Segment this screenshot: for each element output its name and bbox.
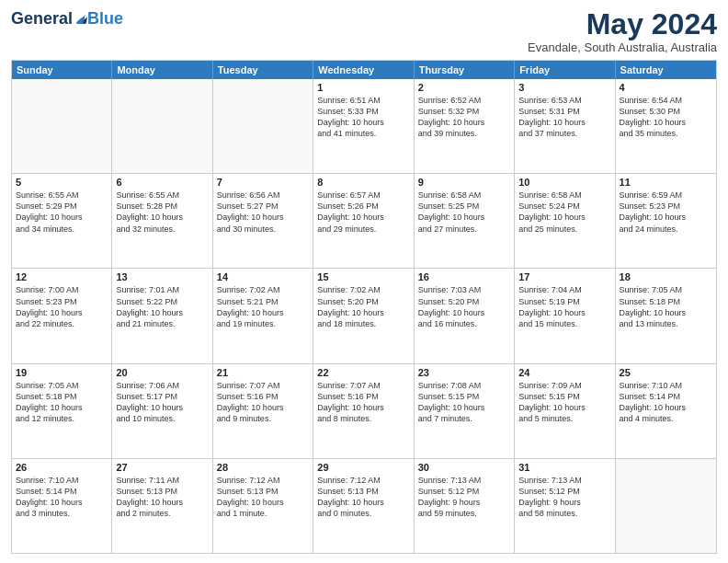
logo-text: General Blue [11, 9, 123, 29]
calendar-cell: 16Sunrise: 7:03 AM Sunset: 5:20 PM Dayli… [415, 269, 515, 362]
calendar: Sunday Monday Tuesday Wednesday Thursday… [11, 60, 717, 554]
cell-info: Sunrise: 7:11 AM Sunset: 5:13 PM Dayligh… [116, 475, 208, 520]
cell-info: Sunrise: 7:06 AM Sunset: 5:17 PM Dayligh… [116, 380, 208, 425]
cell-info: Sunrise: 7:07 AM Sunset: 5:16 PM Dayligh… [317, 380, 409, 425]
day-number: 6 [116, 177, 208, 188]
logo-blue: Blue [87, 9, 123, 29]
logo-bird-icon [74, 11, 87, 28]
day-number: 19 [16, 367, 108, 378]
cell-info: Sunrise: 7:13 AM Sunset: 5:12 PM Dayligh… [518, 475, 610, 520]
cell-info: Sunrise: 7:12 AM Sunset: 5:13 PM Dayligh… [317, 475, 409, 520]
day-number: 11 [620, 177, 712, 188]
cell-info: Sunrise: 7:10 AM Sunset: 5:14 PM Dayligh… [620, 380, 712, 425]
calendar-cell: 2Sunrise: 6:52 AM Sunset: 5:32 PM Daylig… [415, 79, 515, 173]
calendar-cell: 28Sunrise: 7:12 AM Sunset: 5:13 PM Dayli… [213, 459, 313, 553]
cell-info: Sunrise: 7:00 AM Sunset: 5:23 PM Dayligh… [16, 284, 108, 329]
calendar-cell: 14Sunrise: 7:02 AM Sunset: 5:21 PM Dayli… [213, 269, 313, 362]
day-number: 7 [217, 177, 309, 188]
calendar-cell: 5Sunrise: 6:55 AM Sunset: 5:29 PM Daylig… [12, 174, 112, 268]
cell-info: Sunrise: 7:03 AM Sunset: 5:20 PM Dayligh… [418, 284, 510, 329]
calendar-cell: 17Sunrise: 7:04 AM Sunset: 5:19 PM Dayli… [515, 269, 615, 362]
calendar-cell: 30Sunrise: 7:13 AM Sunset: 5:12 PM Dayli… [415, 459, 515, 553]
day-number: 20 [116, 367, 208, 378]
calendar-cell: 12Sunrise: 7:00 AM Sunset: 5:23 PM Dayli… [12, 269, 112, 362]
calendar-cell: 6Sunrise: 6:55 AM Sunset: 5:28 PM Daylig… [112, 174, 212, 268]
calendar-row-2: 5Sunrise: 6:55 AM Sunset: 5:29 PM Daylig… [12, 174, 716, 269]
day-number: 10 [518, 177, 610, 188]
day-number: 27 [116, 462, 208, 473]
day-number: 14 [217, 271, 309, 282]
calendar-cell: 29Sunrise: 7:12 AM Sunset: 5:13 PM Dayli… [313, 459, 414, 553]
cell-info: Sunrise: 7:09 AM Sunset: 5:15 PM Dayligh… [518, 380, 610, 425]
page: General Blue May 2024 Evandale, South Au… [0, 0, 728, 563]
day-number: 2 [418, 82, 510, 93]
cell-info: Sunrise: 6:59 AM Sunset: 5:23 PM Dayligh… [620, 190, 712, 235]
header-tuesday: Tuesday [213, 61, 313, 79]
header-wednesday: Wednesday [313, 61, 414, 79]
cell-info: Sunrise: 7:12 AM Sunset: 5:13 PM Dayligh… [217, 475, 309, 520]
day-number: 30 [418, 462, 510, 473]
calendar-cell: 24Sunrise: 7:09 AM Sunset: 5:15 PM Dayli… [515, 364, 615, 458]
cell-info: Sunrise: 6:58 AM Sunset: 5:25 PM Dayligh… [418, 190, 510, 235]
day-number: 29 [317, 462, 409, 473]
header-friday: Friday [515, 61, 615, 79]
cell-info: Sunrise: 6:54 AM Sunset: 5:30 PM Dayligh… [620, 95, 712, 140]
day-number: 22 [317, 367, 409, 378]
calendar-cell: 4Sunrise: 6:54 AM Sunset: 5:30 PM Daylig… [616, 79, 716, 173]
day-number: 1 [317, 82, 409, 93]
cell-info: Sunrise: 6:57 AM Sunset: 5:26 PM Dayligh… [317, 190, 409, 235]
day-number: 25 [620, 367, 712, 378]
calendar-cell: 7Sunrise: 6:56 AM Sunset: 5:27 PM Daylig… [213, 174, 313, 268]
day-number: 9 [418, 177, 510, 188]
location-title: Evandale, South Australia, Australia [528, 40, 717, 54]
cell-info: Sunrise: 6:55 AM Sunset: 5:29 PM Dayligh… [16, 190, 108, 235]
day-number: 4 [620, 82, 712, 93]
header-saturday: Saturday [616, 61, 716, 79]
cell-info: Sunrise: 7:13 AM Sunset: 5:12 PM Dayligh… [418, 475, 510, 520]
calendar-cell [12, 79, 112, 173]
day-number: 31 [518, 462, 610, 473]
calendar-cell: 15Sunrise: 7:02 AM Sunset: 5:20 PM Dayli… [313, 269, 414, 362]
calendar-cell [112, 79, 212, 173]
cell-info: Sunrise: 7:02 AM Sunset: 5:21 PM Dayligh… [217, 284, 309, 329]
cell-info: Sunrise: 6:58 AM Sunset: 5:24 PM Dayligh… [518, 190, 610, 235]
day-number: 21 [217, 367, 309, 378]
calendar-cell [213, 79, 313, 173]
calendar-row-4: 19Sunrise: 7:05 AM Sunset: 5:18 PM Dayli… [12, 364, 716, 459]
cell-info: Sunrise: 7:05 AM Sunset: 5:18 PM Dayligh… [16, 380, 108, 425]
day-number: 26 [16, 462, 108, 473]
calendar-cell: 9Sunrise: 6:58 AM Sunset: 5:25 PM Daylig… [415, 174, 515, 268]
calendar-cell: 20Sunrise: 7:06 AM Sunset: 5:17 PM Dayli… [112, 364, 212, 458]
header-sunday: Sunday [12, 61, 112, 79]
day-number: 23 [418, 367, 510, 378]
logo: General Blue [11, 9, 123, 29]
header-thursday: Thursday [415, 61, 515, 79]
calendar-row-3: 12Sunrise: 7:00 AM Sunset: 5:23 PM Dayli… [12, 269, 716, 363]
calendar-cell: 13Sunrise: 7:01 AM Sunset: 5:22 PM Dayli… [112, 269, 212, 362]
cell-info: Sunrise: 6:53 AM Sunset: 5:31 PM Dayligh… [518, 95, 610, 140]
day-number: 28 [217, 462, 309, 473]
day-number: 24 [518, 367, 610, 378]
day-number: 16 [418, 271, 510, 282]
calendar-cell: 31Sunrise: 7:13 AM Sunset: 5:12 PM Dayli… [515, 459, 615, 553]
day-number: 3 [518, 82, 610, 93]
calendar-cell: 27Sunrise: 7:11 AM Sunset: 5:13 PM Dayli… [112, 459, 212, 553]
calendar-cell: 1Sunrise: 6:51 AM Sunset: 5:33 PM Daylig… [313, 79, 414, 173]
cell-info: Sunrise: 6:52 AM Sunset: 5:32 PM Dayligh… [418, 95, 510, 140]
calendar-cell: 25Sunrise: 7:10 AM Sunset: 5:14 PM Dayli… [616, 364, 716, 458]
cell-info: Sunrise: 7:02 AM Sunset: 5:20 PM Dayligh… [317, 284, 409, 329]
calendar-cell: 22Sunrise: 7:07 AM Sunset: 5:16 PM Dayli… [313, 364, 414, 458]
calendar-header: Sunday Monday Tuesday Wednesday Thursday… [12, 61, 716, 79]
month-title: May 2024 [528, 9, 717, 39]
day-number: 5 [16, 177, 108, 188]
day-number: 12 [16, 271, 108, 282]
cell-info: Sunrise: 7:10 AM Sunset: 5:14 PM Dayligh… [16, 475, 108, 520]
header: General Blue May 2024 Evandale, South Au… [11, 9, 717, 54]
cell-info: Sunrise: 7:04 AM Sunset: 5:19 PM Dayligh… [518, 284, 610, 329]
calendar-cell [616, 459, 716, 553]
header-monday: Monday [112, 61, 212, 79]
calendar-cell: 8Sunrise: 6:57 AM Sunset: 5:26 PM Daylig… [313, 174, 414, 268]
calendar-cell: 23Sunrise: 7:08 AM Sunset: 5:15 PM Dayli… [415, 364, 515, 458]
cell-info: Sunrise: 6:55 AM Sunset: 5:28 PM Dayligh… [116, 190, 208, 235]
title-block: May 2024 Evandale, South Australia, Aust… [528, 9, 717, 54]
